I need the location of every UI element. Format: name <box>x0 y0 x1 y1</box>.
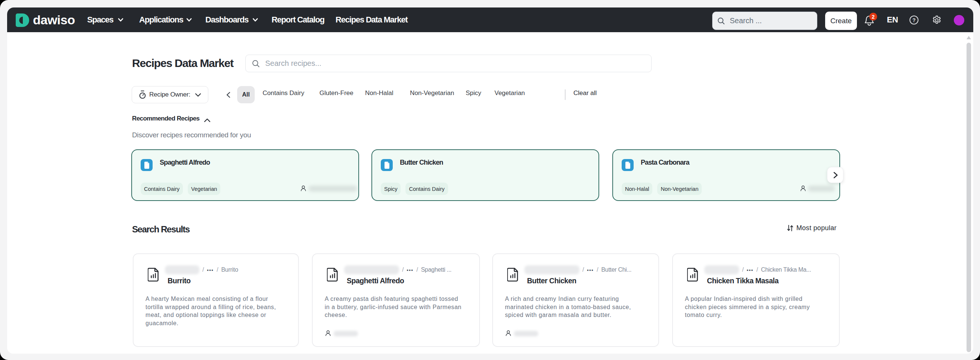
svg-text:?: ? <box>912 17 916 23</box>
